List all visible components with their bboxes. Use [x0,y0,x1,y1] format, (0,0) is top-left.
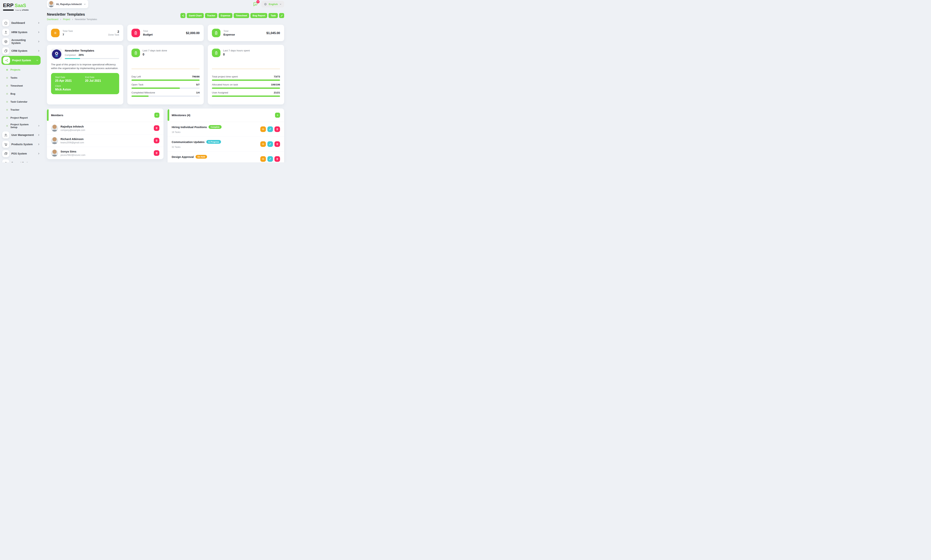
milestone-task-count: 32 Tasks [172,146,260,148]
messages-button[interactable]: 0 [253,2,258,7]
view-milestone-button[interactable] [260,141,266,147]
member-email: company@example.com [60,129,85,131]
sidebar-subitem-timesheet[interactable]: Timesheet [0,82,43,90]
chevron-down-icon [36,59,38,62]
status-badge: In Progress [206,140,221,144]
sidebar-item-hrm-system[interactable]: HRM System [0,28,43,37]
edit-milestone-button[interactable] [268,141,273,147]
progress-fill [131,95,149,97]
progress-track [131,95,200,97]
sidebar-item-products-system[interactable]: Products System [0,140,43,149]
project-description: The goal of this project is to improve o… [51,63,119,70]
delete-member-button[interactable] [154,150,159,156]
view-milestone-button[interactable] [260,126,266,132]
flat-sparkline [131,69,200,69]
sidebar-item-label: CRM System [11,49,35,52]
task-summary-card: Last 7 days task done 0 Day Left796/86 O… [127,45,204,105]
sidebar-subitem-projects[interactable]: Projects [0,66,43,74]
sidebar-item-project-system[interactable]: Project System [2,56,41,65]
add-member-button[interactable] [154,112,159,118]
stat-row: Day Left796/86 [131,75,200,81]
chevron-right-icon [72,18,73,20]
member-name: Rajodiya Infotech [60,125,85,128]
sidebar-item-crm-system[interactable]: CRM System [0,46,43,55]
sidebar-item-support-system[interactable]: Support System [0,158,43,162]
share-nodes-icon [3,57,10,64]
end-date-label: End Date [85,76,115,78]
completed-label: Completed: : [65,54,77,56]
trash-icon [155,152,158,154]
language-selector[interactable]: English [261,1,284,8]
hours-summary-card: Last 7 days hours spent 0 Total project … [208,45,284,105]
budget-amount: $2,000.00 [186,31,200,35]
user-avatar [48,1,54,7]
add-milestone-button[interactable] [275,112,280,118]
breadcrumb-project[interactable]: Project [63,18,70,21]
progress-fill [212,95,280,97]
progress-fill [131,88,180,89]
share-icon [182,14,184,17]
breadcrumb-dashboard[interactable]: Dashboard [47,18,58,21]
brand-logo[interactable]: ERP SaaS Power By UTHARA [0,3,43,16]
bullet-icon [6,117,8,118]
globe-icon [264,3,267,6]
page-header: Newsletter Templates Dashboard Project N… [47,12,284,21]
member-email: picora7662@rezunz.com [60,154,85,156]
sidebar-subitem-tasks[interactable]: Tasks [0,74,43,82]
client-value: Mick Aston [55,88,85,91]
milestone-name: Communication Updates [172,140,205,143]
bug-report-button[interactable]: Bug Report [251,13,267,18]
delete-member-button[interactable] [154,125,159,131]
member-name: Sonya Sims [60,150,85,153]
share-button[interactable] [180,13,185,18]
list-icon [51,29,60,37]
trash-icon [155,139,158,142]
sidebar-subitem-bug[interactable]: Bug [0,90,43,98]
gantt-chart-button[interactable]: Gantt Chart [187,13,204,18]
sidebar-item-label: HRM System [11,31,35,34]
chevron-down-icon [280,3,282,5]
clipboard-dollar-icon [212,29,220,37]
expense-button[interactable]: Expense [219,13,232,18]
done-task-label: Done Task [108,34,119,36]
view-milestone-button[interactable] [260,156,266,162]
sidebar-subitem-project-report[interactable]: Project Report [0,114,43,122]
trash-icon [155,127,158,129]
sidebar-item-pos-system[interactable]: POS System [0,149,43,158]
plus-icon [155,114,158,116]
eye-icon [262,143,265,145]
eye-icon [262,158,265,160]
bullet-icon [6,125,8,126]
sidebar-subitem-project-system-setup[interactable]: Project System Setup [0,122,43,130]
delete-member-button[interactable] [154,138,159,143]
edit-milestone-button[interactable] [268,156,273,162]
milestone-row: Design Approval On Hold [168,152,284,162]
sidebar: ERP SaaS Power By UTHARA Dashboard HRM S… [0,0,43,162]
panel-accent-bar [47,109,49,121]
edit-milestone-button[interactable] [268,126,273,132]
progress-track [212,88,280,89]
expense-amount: $1,045.00 [266,31,280,35]
member-row: Rajodiya Infotech company@example.com [47,122,163,134]
delete-milestone-button[interactable] [274,126,280,132]
delete-milestone-button[interactable] [274,156,280,162]
tracker-button[interactable]: Tracker [205,13,217,18]
plus-icon [276,114,279,116]
bullet-icon [6,77,8,78]
sidebar-item-dashboard[interactable]: Dashboard [0,18,43,28]
member-avatar [51,137,58,144]
summary-title: Last 7 days hours spent [223,49,250,52]
sidebar-item-user-management[interactable]: User Management [0,130,43,140]
timesheet-button[interactable]: Timesheet [234,13,249,18]
sidebar-subitem-tracker[interactable]: Tracker [0,106,43,114]
stat-label: Expense [223,33,235,36]
sidebar-subitem-task-calendar[interactable]: Task Calendar [0,98,43,106]
sidebar-item-label: User Management [11,134,35,137]
user-menu[interactable]: Hi, Rajodiya Infotech! [47,0,88,8]
edit-button[interactable] [279,13,284,18]
delete-milestone-button[interactable] [274,141,280,147]
project-logo [51,49,62,60]
milestone-task-count [172,161,260,162]
task-button[interactable]: Task [268,13,278,18]
sidebar-item-accounting-system[interactable]: Accounting System [0,37,43,46]
